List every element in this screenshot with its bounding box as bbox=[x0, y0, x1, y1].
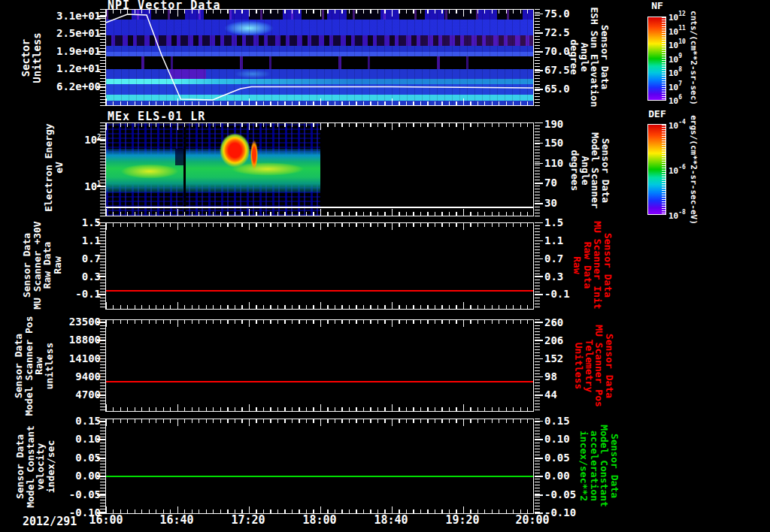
time-tick-4: 18:40 bbox=[374, 515, 408, 525]
npi-xmajor-bottom bbox=[106, 98, 533, 105]
velocity-ytick-0: 0.15 bbox=[42, 416, 101, 425]
nf-colorbar bbox=[647, 17, 666, 101]
els-red-streak bbox=[249, 137, 259, 173]
els-y2tick-0: 190 bbox=[544, 119, 597, 128]
npi-ytick-4: 6.2e+00 bbox=[42, 82, 101, 91]
mu30v-red-line bbox=[106, 290, 533, 292]
time-tick-0: 16:00 bbox=[89, 515, 123, 525]
tplot-screen: NPI Vector Data bbox=[0, 0, 770, 532]
velocity-xmajor-bottom bbox=[106, 506, 533, 513]
velocity-ymajor-right bbox=[535, 421, 543, 515]
npi-ytick-2: 1.9e+01 bbox=[42, 47, 101, 56]
scannerpos-ymajor-right bbox=[535, 322, 543, 396]
panel-scannerpos-plot-area bbox=[105, 319, 534, 412]
scannerpos-red-line bbox=[106, 381, 533, 382]
velocity-green-line bbox=[106, 476, 533, 477]
velocity-y2tick-5: -0.10 bbox=[544, 508, 597, 517]
time-tick-5: 19:20 bbox=[445, 515, 479, 525]
panel-els-plot-area bbox=[105, 122, 534, 216]
mu30v-xmajor-bottom bbox=[106, 302, 533, 309]
els-xmajor-top bbox=[106, 123, 533, 130]
panel-mu30v-plot-area bbox=[105, 222, 534, 310]
nf-colorbar-ticks bbox=[662, 17, 665, 100]
panel-velocity-plot-area bbox=[105, 419, 534, 514]
npi-ytick-3: 1.2e+01 bbox=[42, 64, 101, 73]
els-ymajor-right bbox=[535, 122, 543, 205]
npi-ytick-1: 2.5e+01 bbox=[42, 29, 101, 38]
els-white-line bbox=[106, 207, 533, 208]
def-colorbar bbox=[647, 124, 666, 215]
def-colorbar-title: DEF bbox=[644, 110, 670, 119]
npi-ymajor-right bbox=[535, 14, 543, 90]
nf-colorbar-title: NF bbox=[644, 2, 670, 11]
scannerpos-xmajor-top bbox=[106, 320, 533, 327]
velocity-xmajor-top bbox=[106, 419, 533, 426]
els-data-gap bbox=[183, 123, 186, 216]
npi-spectrogram bbox=[106, 10, 533, 105]
velocity-y2tick-0: 0.15 bbox=[544, 416, 597, 425]
panel-els-title: MEx ELS-01 LR bbox=[108, 111, 205, 122]
time-tick-1: 16:40 bbox=[159, 515, 193, 525]
time-tick-2: 17:20 bbox=[231, 515, 265, 525]
els-xmajor-bottom bbox=[106, 209, 533, 216]
def-colorbar-ticks bbox=[662, 125, 665, 214]
time-tick-6: 20:00 bbox=[515, 515, 549, 525]
sun-elevation-curve bbox=[106, 10, 533, 105]
time-tick-3: 18:00 bbox=[302, 515, 336, 525]
date-label: 2012/291 bbox=[23, 515, 77, 528]
npi-ytick-0: 3.1e+01 bbox=[42, 11, 101, 20]
scannerpos-xmajor-bottom bbox=[106, 404, 533, 411]
panel-npi-plot-area bbox=[105, 9, 534, 106]
npi-xmajor-top bbox=[106, 10, 533, 17]
mu30v-ymajor-right bbox=[535, 222, 543, 295]
mu30v-xmajor-top bbox=[106, 223, 533, 230]
els-spectrogram bbox=[106, 123, 533, 216]
